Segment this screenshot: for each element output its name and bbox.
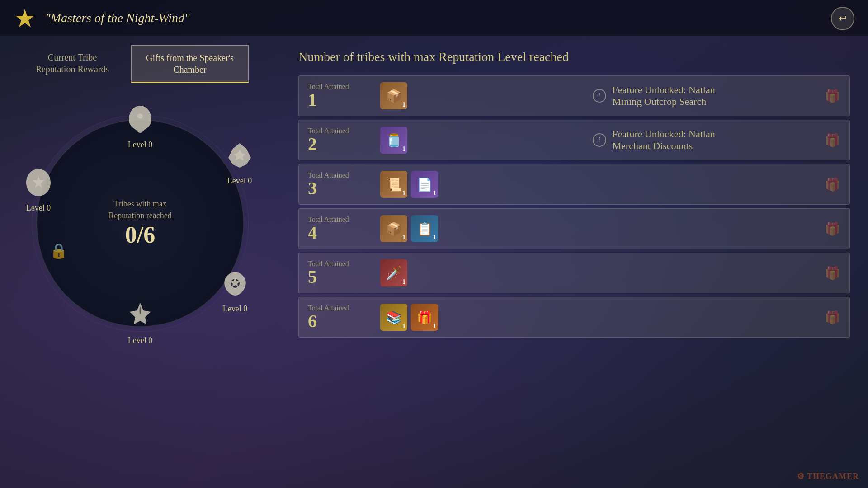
attained-label-4: Total Attained: [308, 216, 380, 224]
tribe-node-left: Level 0: [20, 164, 57, 213]
item-count-6-1: 1: [402, 323, 406, 330]
attained-info-6: Total Attained 6: [308, 304, 380, 330]
tribe-level-top: Level 0: [128, 140, 152, 150]
tab-speaker-gifts[interactable]: Gifts from the Speaker's Chamber: [131, 45, 249, 83]
gift-icon-5: 🎁: [825, 266, 840, 281]
reward-row-3: Total Attained 3 📜 1 📄 1 🎁: [298, 164, 850, 205]
right-panel: Number of tribes with max Reputation Lev…: [280, 36, 868, 488]
reward-items-1: 📦 1: [380, 82, 593, 109]
reward-row-1: Total Attained 1 📦 1 i Feature Unlocked:…: [298, 75, 850, 116]
tribe-level-bottom: Level 0: [128, 336, 152, 345]
tribe-emblem-left: [20, 164, 57, 201]
left-panel: Current Tribe Reputation Rewards Gifts f…: [0, 36, 280, 488]
reward-row-6: Total Attained 6 📚 1 🎁 1 🎁: [298, 297, 850, 338]
reward-description-2: Feature Unlocked: NatlanMerchant Discoun…: [613, 128, 825, 152]
item-count-3-1: 1: [402, 190, 406, 197]
reward-item-4-2: 📋 1: [411, 215, 438, 242]
reward-item-6-2: 🎁 1: [411, 304, 438, 331]
attained-number-5: 5: [308, 268, 380, 286]
reward-item-3-1: 📜 1: [380, 171, 407, 198]
svg-marker-0: [16, 9, 34, 27]
info-icon-2: i: [593, 133, 606, 147]
header-title: "Masters of the Night-Wind": [45, 11, 190, 25]
tribe-emblem-top-right: [222, 137, 258, 174]
reward-items-5: 🗡️ 1: [380, 259, 825, 286]
reward-item-3-2: 📄 1: [411, 171, 438, 198]
reward-items-6: 📚 1 🎁 1: [380, 304, 825, 331]
reward-row-2: Total Attained 2 🫙 1 i Feature Unlocked:…: [298, 120, 850, 160]
gift-icon-3: 🎁: [825, 177, 840, 192]
tribe-node-bottom: Level 0: [122, 297, 158, 345]
reward-list: Total Attained 1 📦 1 i Feature Unlocked:…: [298, 75, 850, 338]
attained-info-2: Total Attained 2: [308, 127, 380, 153]
item-count-3-2: 1: [433, 190, 436, 197]
reward-item-5-1: 🗡️ 1: [380, 259, 407, 286]
reward-row-4: Total Attained 4 📦 1 📋 1 🎁: [298, 208, 850, 249]
attained-number-3: 3: [308, 179, 380, 197]
attained-label-5: Total Attained: [308, 260, 380, 268]
main-content: Current Tribe Reputation Rewards Gifts f…: [0, 36, 868, 488]
tribe-level-bottom-right: Level 0: [223, 304, 247, 314]
tab-tribe-reputation[interactable]: Current Tribe Reputation Rewards: [14, 45, 131, 83]
gift-icon-6: 🎁: [825, 310, 840, 325]
svg-point-1: [137, 113, 143, 119]
gift-icon-1: 🎁: [825, 89, 840, 103]
attained-label-1: Total Attained: [308, 83, 380, 91]
tribe-emblem-top: [122, 101, 158, 137]
attained-info-1: Total Attained 1: [308, 83, 380, 109]
reward-item-6-1: 📚 1: [380, 304, 407, 331]
attained-label-6: Total Attained: [308, 304, 380, 312]
tribe-node-top-right: Level 0: [222, 137, 258, 186]
back-icon: ↩: [839, 13, 847, 24]
item-count-6-2: 1: [433, 323, 436, 330]
attained-number-6: 6: [308, 312, 380, 330]
tabs-container: Current Tribe Reputation Rewards Gifts f…: [14, 45, 267, 83]
attained-number-2: 2: [308, 135, 380, 153]
game-logo-icon: [14, 7, 36, 29]
reward-description-1: Feature Unlocked: NatlanMining Outcrop S…: [613, 84, 825, 108]
tribes-label: Tribes with maxReputation reached: [108, 198, 171, 221]
item-count-4-2: 1: [433, 234, 436, 241]
tribe-map: Tribes with maxReputation reached 0/6 Le…: [14, 97, 267, 350]
attained-info-3: Total Attained 3: [308, 171, 380, 197]
tribe-emblem-bottom: [122, 297, 158, 333]
center-text: Tribes with maxReputation reached 0/6: [108, 198, 171, 248]
attained-info-5: Total Attained 5: [308, 260, 380, 286]
reward-items-2: 🫙 1: [380, 127, 593, 154]
attained-number-4: 4: [308, 224, 380, 242]
reward-items-3: 📜 1 📄 1: [380, 171, 825, 198]
section-title: Number of tribes with max Reputation Lev…: [298, 50, 850, 64]
info-icon-1: i: [593, 89, 606, 103]
reward-item-1-1: 📦 1: [380, 82, 407, 109]
reward-row-5: Total Attained 5 🗡️ 1 🎁: [298, 253, 850, 293]
attained-label-2: Total Attained: [308, 127, 380, 135]
header: "Masters of the Night-Wind" ↩: [0, 0, 868, 36]
lock-icon: 🔒: [50, 242, 68, 259]
back-button[interactable]: ↩: [831, 7, 854, 30]
tribe-node-top: Level 0: [122, 101, 158, 150]
tribe-level-left: Level 0: [26, 203, 51, 213]
attained-number-1: 1: [308, 91, 380, 109]
tribe-emblem-bottom-right: [217, 265, 253, 301]
tribes-count: 0/6: [108, 221, 171, 248]
item-count-1-1: 1: [402, 101, 406, 108]
gift-icon-2: 🎁: [825, 133, 840, 148]
reward-items-4: 📦 1 📋 1: [380, 215, 825, 242]
tribe-node-bottom-right: Level 0: [217, 265, 253, 314]
item-count-4-1: 1: [402, 234, 406, 241]
reward-item-4-1: 📦 1: [380, 215, 407, 242]
attained-info-4: Total Attained 4: [308, 216, 380, 242]
attained-label-3: Total Attained: [308, 171, 380, 179]
reward-item-2-1: 🫙 1: [380, 127, 407, 154]
item-count-2-1: 1: [402, 145, 406, 153]
watermark: ⚙ THEGAMER: [797, 471, 859, 481]
tribe-level-top-right: Level 0: [227, 176, 252, 186]
item-count-5-1: 1: [402, 278, 406, 286]
map-circle: Tribes with maxReputation reached 0/6: [36, 119, 244, 327]
gift-icon-4: 🎁: [825, 221, 840, 236]
